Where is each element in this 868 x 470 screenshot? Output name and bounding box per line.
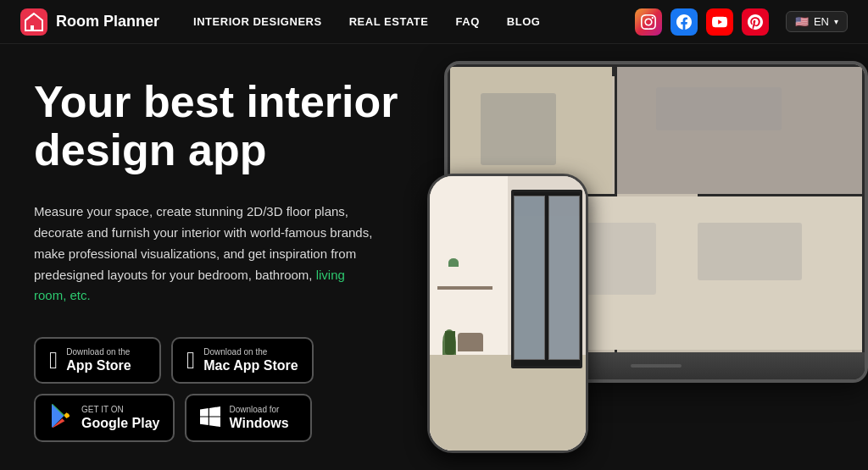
windows-button[interactable]: Download for Windows — [185, 394, 312, 442]
nav-link-interior-designers[interactable]: INTERIOR DESIGNERS — [193, 15, 322, 28]
language-selector[interactable]: 🇺🇸 EN ▾ — [786, 11, 848, 32]
windows-text: Download for Windows — [229, 405, 288, 431]
mac-app-store-text: Download on the Mac App Store — [203, 347, 298, 373]
nav-links: INTERIOR DESIGNERS REAL ESTATE FAQ BLOG — [193, 15, 635, 28]
instagram-button[interactable] — [635, 8, 662, 36]
mac-app-store-button[interactable]:  Download on the Mac App Store — [171, 337, 314, 384]
youtube-button[interactable] — [706, 8, 733, 36]
brand-name: Room Planner — [56, 13, 159, 30]
nav-link-real-estate[interactable]: REAL ESTATE — [349, 15, 429, 28]
hero-description: Measure your space, create stunning 2D/3… — [34, 202, 373, 307]
hero-section: Your best interior design app Measure yo… — [0, 44, 868, 470]
chevron-down-icon: ▾ — [834, 17, 838, 26]
hero-title: Your best interior design app — [34, 78, 407, 174]
lang-code: EN — [814, 15, 829, 28]
nav-link-faq[interactable]: FAQ — [456, 15, 480, 28]
windows-icon — [200, 406, 220, 430]
phone-interior-view — [430, 176, 586, 451]
hero-content: Your best interior design app Measure yo… — [34, 78, 407, 470]
google-play-button[interactable]: GET IT ON Google Play — [34, 394, 175, 442]
app-store-text: Download on the App Store — [66, 347, 131, 373]
pinterest-button[interactable] — [742, 8, 769, 36]
pinterest-icon — [748, 14, 763, 30]
google-play-icon — [49, 404, 73, 432]
hero-devices — [402, 44, 868, 470]
navbar: Room Planner INTERIOR DESIGNERS REAL EST… — [0, 0, 868, 44]
app-store-button[interactable]:  Download on the App Store — [34, 337, 161, 384]
instagram-icon — [641, 14, 656, 30]
phone-device — [427, 174, 588, 453]
brand-logo[interactable]: Room Planner — [20, 8, 159, 36]
youtube-icon — [712, 14, 727, 30]
apple-icon:  — [49, 349, 58, 373]
logo-icon — [20, 8, 47, 36]
nav-link-blog[interactable]: BLOG — [507, 15, 541, 28]
facebook-button[interactable] — [670, 8, 698, 36]
apple-mac-icon:  — [186, 349, 195, 373]
social-links: 🇺🇸 EN ▾ — [635, 8, 848, 36]
facebook-icon — [676, 14, 692, 30]
flag-icon: 🇺🇸 — [795, 15, 809, 28]
download-buttons:  Download on the App Store  Download o… — [34, 337, 407, 442]
phone-screen — [430, 176, 586, 451]
google-play-text: GET IT ON Google Play — [81, 405, 159, 431]
